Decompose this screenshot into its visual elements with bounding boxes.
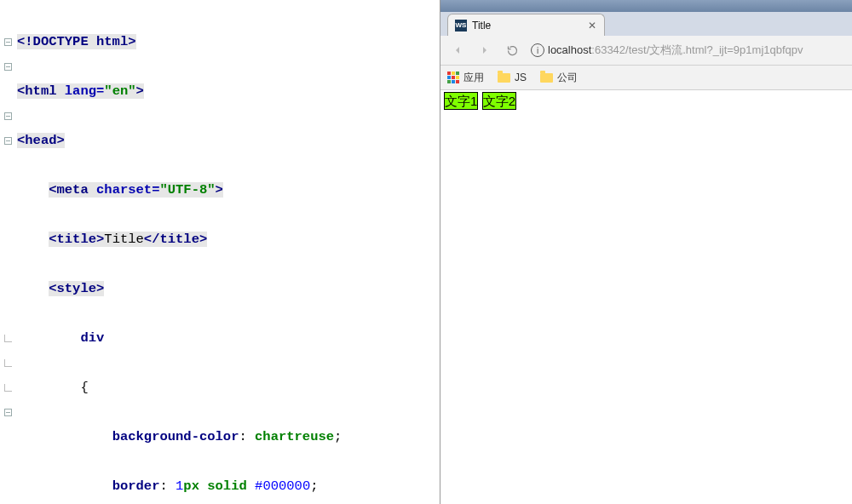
code-token: charset= [96,182,159,198]
tab-strip: WS Title ✕ [440,12,852,36]
code-token: div [80,330,104,346]
code-indent [17,330,80,346]
code-token: Title [104,232,144,247]
code-area[interactable]: <!DOCTYPE html> <html lang="en"> <head> … [0,0,440,504]
browser-tab[interactable]: WS Title ✕ [447,14,605,36]
code-token: <style> [49,281,104,296]
code-token: lang= [65,83,105,99]
code-editor-pane: <!DOCTYPE html> <html lang="en"> <head> … [0,0,440,504]
url-path: :63342/test/文档流.html?_ijt=9p1mj1qbfqpv [591,43,803,56]
code-indent [17,380,80,395]
bookmark-folder-js[interactable]: JS [498,72,527,83]
code-token: #000000 [255,478,310,494]
code-token: 1 [176,478,183,494]
editor-gutter [0,0,15,504]
code-token: <html [17,83,65,99]
address-bar: i localhost:63342/test/文档流.html?_ijt=9p1… [440,36,852,66]
bookmark-label: 公司 [557,71,578,85]
bookmark-bar: 应用 JS 公司 [440,66,852,90]
browser-pane: WS Title ✕ i localhost:63342/test/文档流.ht… [440,0,852,504]
code-token: > [216,182,223,198]
apps-grid-icon [447,72,459,83]
apps-label: 应用 [463,71,484,85]
code-indent [17,232,49,247]
code-token: background-color [112,429,239,444]
fold-icon[interactable] [4,409,12,416]
folder-icon [540,73,553,83]
page-viewport: 文字1 文字2 [440,90,852,504]
rendered-div-1: 文字1 [444,92,478,110]
fold-end-icon [4,359,12,367]
code-token: <title> [49,232,104,247]
fold-end-icon [4,384,12,392]
webstorm-favicon-icon: WS [455,20,467,32]
arrow-left-icon [451,43,464,57]
code-token: solid [207,478,255,494]
apps-shortcut[interactable]: 应用 [447,71,484,85]
code-token: </title> [144,232,207,247]
fold-icon[interactable] [4,63,12,71]
code-token: "UTF-8" [159,182,215,198]
reload-button[interactable] [500,38,524,62]
window-titlebar [440,0,852,12]
tab-decoration [605,14,620,36]
code-text[interactable]: <!DOCTYPE html> <html lang="en"> <head> … [15,0,342,504]
code-token: : [239,429,255,444]
code-indent [17,281,49,296]
fold-icon[interactable] [4,112,12,120]
close-tab-icon[interactable]: ✕ [587,20,597,31]
code-token: <!DOCTYPE html> [17,34,136,49]
code-token: border [112,478,160,494]
bookmark-label: JS [515,72,527,83]
code-token: <head> [17,133,65,148]
code-token: ; [334,429,342,444]
tab-title: Title [472,20,582,32]
code-token: "en" [104,83,135,99]
code-token: { [80,380,88,395]
rendered-div-2: 文字2 [482,92,516,110]
fold-icon[interactable] [4,137,12,145]
code-token: ; [310,478,318,494]
code-token: <meta [49,182,96,198]
code-indent [17,478,112,494]
code-token: > [136,83,144,99]
code-indent [17,429,112,444]
url-host: localhost [548,43,591,56]
back-button[interactable] [446,38,469,62]
site-info-icon[interactable]: i [531,43,544,57]
code-token: chartreuse [255,429,334,444]
reload-icon [506,44,519,57]
arrow-right-icon [478,43,492,57]
code-token: px [183,478,207,494]
code-token: : [159,478,176,494]
fold-end-icon [4,335,12,342]
url-text[interactable]: localhost:63342/test/文档流.html?_ijt=9p1mj… [548,43,803,58]
code-indent [17,182,49,198]
fold-icon[interactable] [4,38,12,46]
bookmark-folder-company[interactable]: 公司 [540,71,578,85]
forward-button[interactable] [473,38,497,62]
folder-icon [498,73,510,83]
